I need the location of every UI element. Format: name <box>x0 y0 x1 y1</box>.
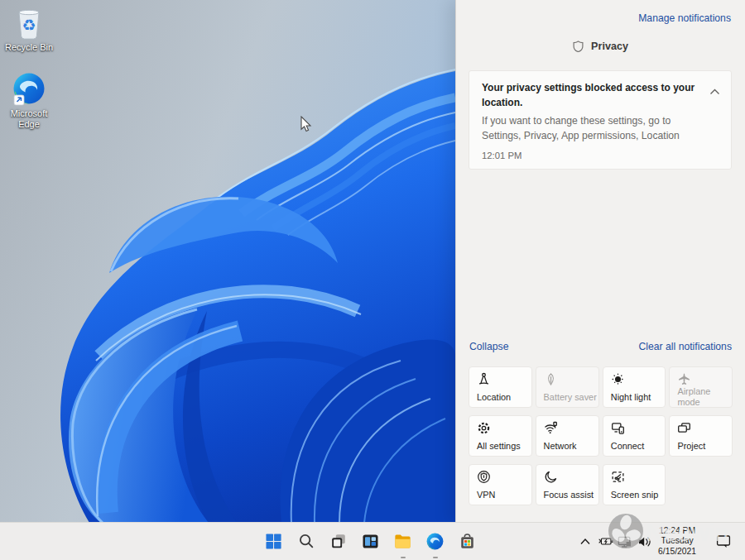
notification-center-button[interactable] <box>715 523 732 560</box>
chevron-up-icon[interactable] <box>709 89 720 95</box>
microsoft-store-button[interactable] <box>454 527 481 555</box>
notification-body: If you want to change these settings, go… <box>482 113 706 144</box>
quick-actions-header: Collapse Clear all notifications <box>469 341 732 352</box>
quick-action-battery-saver[interactable]: Battery saver <box>536 366 599 408</box>
mouse-cursor <box>300 116 312 133</box>
network-wifi-icon <box>544 421 558 435</box>
widgets-icon <box>361 532 380 551</box>
ethernet-icon <box>617 534 632 549</box>
quick-action-airplane-mode[interactable]: Airplane mode <box>669 366 733 408</box>
battery-charging-icon <box>598 534 614 548</box>
settings-gear-icon <box>477 421 491 435</box>
taskbar: 12:24 PM Tuesday 6/15/2021 <box>0 522 745 560</box>
edge-taskbar-button[interactable] <box>421 527 449 555</box>
privacy-shield-icon <box>573 41 584 52</box>
manage-notifications-link[interactable]: Manage notifications <box>638 12 731 24</box>
battery-saver-leaf-icon <box>544 372 558 386</box>
wallpaper-bloom <box>0 0 455 523</box>
taskbar-center-buttons <box>260 527 481 555</box>
tray-clock[interactable]: 12:24 PM Tuesday 6/15/2021 <box>652 526 702 557</box>
airplane-icon <box>677 372 691 386</box>
task-view-button[interactable] <box>324 527 352 555</box>
notification-time: 12:01 PM <box>482 151 706 160</box>
quick-action-location[interactable]: Location <box>469 366 532 408</box>
vpn-shield-icon <box>477 470 491 484</box>
quick-action-all-settings[interactable]: All settings <box>469 415 532 457</box>
desktop-icon-recycle-bin[interactable]: ♻ Recycle Bin <box>2 5 56 53</box>
clock-day: Tuesday <box>652 536 702 546</box>
quick-action-vpn[interactable]: VPN <box>469 464 532 505</box>
start-icon <box>264 532 283 551</box>
quick-action-project[interactable]: Project <box>669 415 733 457</box>
windows-desktop: ♻ Recycle Bin Mi <box>0 0 745 560</box>
project-screens-icon <box>677 421 691 435</box>
quick-action-focus-assist[interactable]: Focus assist <box>536 464 599 505</box>
group-title: Privacy <box>591 41 628 52</box>
widgets-button[interactable] <box>357 527 384 555</box>
quick-actions-grid: Location Battery saver Night light <box>469 366 733 505</box>
quick-action-network[interactable]: Network <box>536 415 599 457</box>
notification-group-header: Privacy <box>456 41 745 52</box>
tray-battery-button[interactable] <box>598 523 614 560</box>
tray-chevron-button[interactable] <box>579 523 591 560</box>
clear-all-notifications-link[interactable]: Clear all notifications <box>639 341 732 352</box>
focus-assist-moon-icon <box>544 470 558 484</box>
quick-action-screen-snip[interactable]: Screen snip <box>603 464 666 505</box>
night-light-sun-icon <box>611 372 625 386</box>
desktop-icon-label: Microsoft Edge <box>2 108 56 130</box>
action-center-panel: Manage notifications Privacy Your privac… <box>455 0 745 523</box>
desktop-icon-microsoft-edge[interactable]: Microsoft Edge <box>2 71 56 130</box>
tray-network-button[interactable] <box>617 523 632 560</box>
file-explorer-icon <box>393 532 412 551</box>
file-explorer-button[interactable] <box>389 527 416 555</box>
edge-browser-icon <box>425 532 445 551</box>
notification-title: Your privacy settings blocked access to … <box>482 80 706 110</box>
tray-volume-button[interactable] <box>637 523 652 560</box>
chevron-up-icon <box>579 537 591 546</box>
quick-action-night-light[interactable]: Night light <box>603 366 666 408</box>
search-icon <box>297 532 315 550</box>
task-view-icon <box>329 532 348 550</box>
quick-action-connect[interactable]: Connect <box>603 415 666 457</box>
location-icon <box>477 372 491 386</box>
desktop-icon-label: Recycle Bin <box>2 42 56 53</box>
connect-devices-icon <box>611 421 625 435</box>
clock-date: 6/15/2021 <box>652 547 702 557</box>
screen-snip-icon <box>611 470 625 484</box>
clock-time: 12:24 PM <box>652 526 702 536</box>
notifications-bubble-icon <box>715 534 732 549</box>
start-button[interactable] <box>260 527 287 555</box>
microsoft-store-icon <box>458 532 477 551</box>
notification-card[interactable]: Your privacy settings blocked access to … <box>469 70 732 170</box>
search-button[interactable] <box>292 527 320 555</box>
recycle-bin-icon: ♻ <box>11 5 47 41</box>
svg-text:♻: ♻ <box>22 16 36 34</box>
edge-icon <box>11 71 47 108</box>
collapse-link[interactable]: Collapse <box>469 341 508 352</box>
volume-icon <box>637 535 652 548</box>
